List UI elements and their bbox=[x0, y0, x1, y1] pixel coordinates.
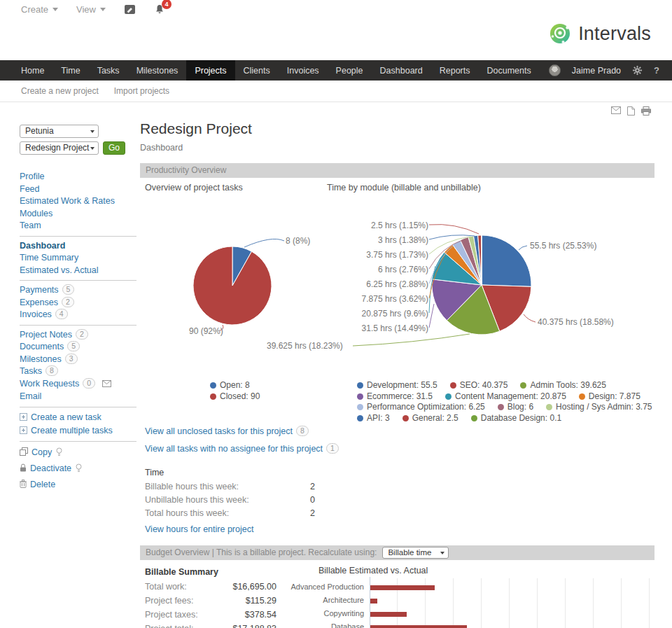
sidebar-item-estimated-work-rates[interactable]: Estimated Work & Rates bbox=[20, 196, 115, 206]
divider bbox=[20, 441, 136, 442]
bar-category-label: Copywriting bbox=[280, 609, 364, 617]
intervals-dashboard-page: Create View 4 Intervals bbox=[0, 0, 672, 628]
sidebar-item-team[interactable]: Team bbox=[20, 221, 41, 230]
sidebar-item-estimated-vs-actual[interactable]: Estimated vs. Actual bbox=[20, 265, 99, 275]
pdf-export-icon[interactable] bbox=[627, 106, 635, 116]
legend-item: Development: 55.5 bbox=[357, 380, 438, 391]
count-badge: 3 bbox=[65, 354, 78, 364]
summary-row: Total work:$16,695.00 bbox=[145, 582, 276, 592]
lock-icon bbox=[20, 462, 27, 477]
billable-bar-chart-title: Billable Estimated vs. Actual bbox=[318, 566, 428, 575]
count-badge: 0 bbox=[83, 378, 95, 389]
view-no-assignee-tasks-link[interactable]: View all tasks with no assignee for this… bbox=[145, 444, 323, 454]
main-content: Redesign Project Dashboard Productivity … bbox=[140, 0, 654, 628]
sidebar-item-tasks[interactable]: Tasks bbox=[20, 366, 42, 376]
sidebar-item-work-requests[interactable]: Work Requests bbox=[20, 379, 79, 389]
count-badge: 5 bbox=[62, 284, 75, 295]
sidebar-item-dashboard[interactable]: Dashboard bbox=[20, 241, 65, 251]
nav-item-home[interactable]: Home bbox=[13, 60, 52, 81]
divider bbox=[20, 280, 136, 281]
bar-category-label: Advanced Production bbox=[280, 582, 364, 591]
summary-row-value: $115.29 bbox=[246, 596, 276, 606]
pie-callout-label: 6.25 hrs (2.88%) bbox=[323, 279, 428, 289]
copy-project-link[interactable]: Copy bbox=[31, 447, 52, 457]
legend-item: General: 2.5 bbox=[402, 413, 458, 424]
count-badge: 1 bbox=[326, 443, 339, 454]
view-hours-entire-project-link[interactable]: View hours for entire project bbox=[145, 524, 253, 534]
nav-item-tasks[interactable]: Tasks bbox=[89, 60, 128, 81]
legend-item: API: 3 bbox=[357, 413, 390, 424]
pie-callout-label: 8 (8%) bbox=[286, 236, 310, 246]
create-multiple-tasks-link[interactable]: Create multiple tasks bbox=[31, 426, 113, 435]
sidebar-item-invoices[interactable]: Invoices bbox=[20, 309, 52, 319]
divider bbox=[20, 407, 136, 407]
sidebar-item-project-notes[interactable]: Project Notes bbox=[20, 330, 72, 340]
pie-callout-label: 39.625 hrs (18.23%) bbox=[267, 341, 343, 351]
sidebar-item-modules[interactable]: Modules bbox=[20, 209, 52, 218]
delete-project-link[interactable]: Delete bbox=[30, 480, 55, 489]
legend-item: Blog: 6 bbox=[498, 402, 533, 413]
time-row-value: 0 bbox=[310, 495, 315, 505]
pie-callout-label: 6 hrs (2.76%) bbox=[323, 265, 428, 274]
pie-callout-label: 3.75 hrs (1.73%) bbox=[323, 250, 428, 260]
email-envelope-icon bbox=[102, 379, 111, 391]
recalculate-select-value: Billable time bbox=[388, 548, 431, 557]
email-page-icon[interactable] bbox=[611, 106, 621, 116]
sidebar-item-profile[interactable]: Profile bbox=[20, 172, 44, 181]
bar-advanced-production bbox=[370, 585, 435, 590]
legend-item: Hosting / Sys Admin: 3.75 bbox=[546, 402, 652, 413]
summary-row: Project total:$17,188.83 bbox=[145, 624, 276, 628]
legend-item: Performance Optimization: 6.25 bbox=[357, 402, 485, 413]
time-row: Unbillable hours this week:0 bbox=[145, 495, 453, 505]
legend-dot bbox=[357, 393, 363, 400]
page-subtitle: Dashboard bbox=[140, 143, 183, 153]
view-unclosed-tasks-link[interactable]: View all unclosed tasks for this project bbox=[145, 426, 293, 436]
create-new-project-link[interactable]: Create a new project bbox=[21, 86, 99, 96]
project-select[interactable]: Redesign Project bbox=[20, 141, 99, 155]
bar-category-label: Architecture bbox=[280, 596, 364, 604]
sidebar-item-milestones[interactable]: Milestones bbox=[20, 354, 62, 364]
sidebar-item-payments[interactable]: Payments bbox=[20, 285, 59, 295]
sidebar-item-expenses[interactable]: Expenses bbox=[20, 298, 58, 307]
view-menu-label: View bbox=[76, 4, 96, 15]
notes-icon[interactable] bbox=[124, 4, 136, 15]
legend-dot bbox=[579, 393, 585, 400]
deactivate-project-link[interactable]: Deactivate bbox=[30, 463, 71, 473]
time-row: Total hours this week:2 bbox=[145, 508, 453, 518]
summary-row: Project taxes:$378.54 bbox=[145, 610, 276, 620]
sidebar-item-time-summary[interactable]: Time Summary bbox=[20, 253, 78, 263]
legend-dot bbox=[450, 382, 456, 389]
legend-item: Database Design: 0.1 bbox=[471, 413, 561, 424]
divider bbox=[20, 325, 136, 326]
lightbulb-icon[interactable] bbox=[76, 463, 82, 477]
create-new-task-link[interactable]: Create a new task bbox=[31, 412, 102, 422]
help-icon[interactable]: ? bbox=[654, 65, 659, 76]
pie-callout-label: 7.875 hrs (3.62%) bbox=[323, 294, 428, 304]
pie-callout-label: 90 (92%) bbox=[189, 326, 223, 336]
sidebar-item-feed[interactable]: Feed bbox=[20, 184, 40, 194]
count-badge: 5 bbox=[67, 341, 80, 351]
lightbulb-icon[interactable] bbox=[56, 447, 62, 461]
create-menu[interactable]: Create bbox=[21, 4, 58, 15]
sidebar-item-documents[interactable]: Documents bbox=[20, 342, 64, 351]
pie-callout-label: 3 hrs (1.38%) bbox=[323, 235, 428, 245]
legend-item: Design: 7.875 bbox=[579, 391, 640, 403]
go-button[interactable]: Go bbox=[103, 141, 125, 155]
client-select-value: Petunia bbox=[25, 126, 54, 136]
add-box-icon bbox=[20, 412, 27, 424]
client-select[interactable]: Petunia bbox=[20, 125, 99, 138]
recalculate-select[interactable]: Billable time bbox=[382, 547, 449, 559]
project-select-value: Redesign Project bbox=[25, 143, 89, 153]
billable-bar-chart bbox=[370, 578, 657, 628]
chevron-down-icon bbox=[100, 8, 106, 11]
time-row: Billable hours this week:2 bbox=[145, 482, 453, 491]
add-box-icon bbox=[20, 425, 27, 438]
legend-dot bbox=[471, 415, 477, 421]
print-icon[interactable] bbox=[641, 106, 651, 116]
budget-overview-header: Budget Overview | This is a billable pro… bbox=[140, 545, 654, 560]
nav-item-time[interactable]: Time bbox=[52, 60, 88, 81]
chevron-down-icon bbox=[440, 552, 444, 554]
sidebar-item-email[interactable]: Email bbox=[20, 391, 41, 401]
legend-item: SEO: 40.375 bbox=[450, 380, 508, 391]
view-menu[interactable]: View bbox=[76, 4, 106, 15]
